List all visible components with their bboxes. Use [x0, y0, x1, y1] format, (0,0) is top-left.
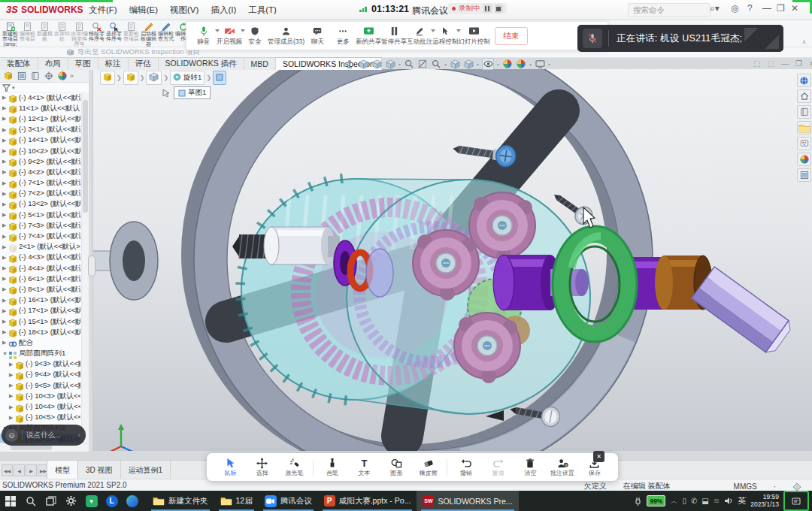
annotation-undo-button[interactable]: 撤销: [453, 457, 480, 477]
meeting-mic-button[interactable]: 静音: [191, 23, 217, 49]
chevron-down-icon[interactable]: ▾: [477, 62, 479, 67]
phone-icon[interactable]: ✆: [691, 497, 697, 505]
chevron-down-icon[interactable]: ▾: [444, 62, 447, 67]
tab-first-button[interactable]: ◀◀: [2, 464, 13, 476]
taskbar-window-4[interactable]: SWSOLIDWORKS Pre...: [417, 491, 518, 511]
annotation-cursor-button[interactable]: 鼠标: [217, 457, 244, 477]
expander-icon[interactable]: ▶: [2, 148, 8, 154]
chevron-down-icon[interactable]: ▾: [529, 62, 532, 67]
file-explorer-tab[interactable]: [797, 121, 811, 135]
ribbon-tool-7[interactable]: 更新检查项目: [123, 20, 140, 47]
tab-prev-button[interactable]: ◀: [14, 464, 25, 476]
tree-item-20[interactable]: ▶(-) 17<1> (默认<<默认: [0, 306, 80, 316]
model-tab-2[interactable]: 运动算例1: [121, 461, 171, 479]
search-input[interactable]: 搜索命令: [628, 3, 710, 17]
expander-icon[interactable]: ▶: [9, 415, 15, 421]
notification-center-icon[interactable]: [783, 491, 809, 511]
help-icon[interactable]: ?: [747, 3, 753, 14]
tree-item-16[interactable]: ▶(-) 4<4> (默认<<默认>: [0, 263, 80, 274]
start-button[interactable]: [0, 491, 20, 511]
expander-icon[interactable]: ▶: [9, 393, 15, 399]
quick-tips-icon[interactable]: [792, 482, 801, 491]
ribbon-tool-2[interactable]: 新建模板: [36, 20, 53, 47]
tree-item-26[interactable]: ▶(-) 9<4> (默认<<默认: [0, 370, 80, 380]
scrollbar-thumb[interactable]: [83, 100, 88, 213]
tree-item-6[interactable]: ▶(-) 9<2> (默认<<默认>: [0, 156, 80, 167]
pause-recording-button[interactable]: [483, 5, 492, 13]
doc-restore-button[interactable]: ❐: [795, 59, 802, 68]
menu-item-0[interactable]: 文件(F): [89, 5, 117, 16]
menu-item-1[interactable]: 编辑(E): [129, 5, 158, 16]
ribbon-tool-6[interactable]: 选择零件序号: [105, 20, 123, 47]
tab-next-button[interactable]: ▶: [26, 464, 37, 476]
expander-icon[interactable]: ▶: [2, 212, 8, 218]
annotation-pen-button[interactable]: 画笔: [319, 457, 346, 477]
account-icon[interactable]: ◎: [731, 3, 738, 14]
hide-show-eye[interactable]: [482, 58, 494, 70]
breadcrumb-feature[interactable]: 旋转1: [170, 71, 205, 85]
section-view[interactable]: [417, 59, 428, 69]
expander-icon[interactable]: ▶: [2, 329, 8, 335]
battery-percent[interactable]: 99%: [647, 495, 665, 506]
scenes-tab[interactable]: [797, 153, 811, 166]
chevron-down-icon[interactable]: ▾: [548, 62, 550, 67]
search-icon[interactable]: ⌕▾: [710, 3, 720, 14]
tree-item-25[interactable]: ▶(-) 9<3> (默认<<默认: [0, 359, 80, 370]
display-style-cube[interactable]: [463, 59, 474, 69]
expander-icon[interactable]: ▶: [9, 404, 15, 410]
tab-装配体[interactable]: 装配体: [0, 57, 38, 70]
meeting-share-button[interactable]: 新的共享: [356, 23, 381, 49]
expander-icon[interactable]: ▶: [2, 234, 8, 240]
tab-MBD[interactable]: MBD: [244, 57, 276, 70]
expander-icon[interactable]: ▶: [2, 191, 8, 197]
tree-item-17[interactable]: ▶(-) 6<1> (默认<<默认>: [0, 274, 80, 284]
expander-icon[interactable]: ▶: [2, 222, 8, 228]
taskbar-window-3[interactable]: P咸阳大赛.pptx - Po...: [318, 491, 417, 511]
expander-icon[interactable]: ▶: [9, 361, 15, 367]
doc-tile-icon[interactable]: ⬚: [767, 59, 774, 68]
tree-item-22[interactable]: ▶(-) 18<1> (默认<<默认: [0, 327, 80, 337]
splitter-handle[interactable]: [88, 256, 95, 277]
tree-item-15[interactable]: ▶(-) 4<3> (默认<<默认>: [0, 252, 80, 263]
tree-item-2[interactable]: ▶(-) 12<1> (默认<<默认: [0, 113, 80, 124]
expander-icon[interactable]: ▶: [2, 298, 8, 304]
model-tab-1[interactable]: 3D 视图: [78, 461, 121, 479]
expander-icon[interactable]: ▶: [2, 308, 8, 314]
previous-view[interactable]: [431, 59, 441, 69]
expander-icon[interactable]: ▼: [2, 351, 8, 356]
meeting-chat-quickbar[interactable]: ☺ 说点什么... ‹: [2, 425, 86, 446]
sketch-label-box[interactable]: 草图1: [174, 86, 211, 99]
clock-date[interactable]: 19:59 2023/1/13: [750, 494, 779, 508]
tree-item-14[interactable]: ▶2<1> (默认<<默认>_默: [0, 242, 80, 252]
close-button[interactable]: ✕: [791, 3, 798, 14]
assembly-3d-model[interactable]: [92, 69, 812, 451]
minimize-button[interactable]: —: [762, 3, 771, 14]
view-settings-monitor[interactable]: [535, 59, 545, 69]
edit-appearance-ball[interactable]: [502, 59, 513, 69]
configuration-manager-tab[interactable]: [29, 71, 41, 81]
annotation-close-button[interactable]: ✕: [593, 451, 604, 462]
expander-icon[interactable]: ▶: [2, 276, 8, 282]
expander-icon[interactable]: ▶: [2, 286, 8, 292]
meeting-shield-button[interactable]: 安全: [242, 23, 268, 49]
doc-cascade-icon[interactable]: ⬚: [753, 59, 760, 68]
tree-item-13[interactable]: ▶(-) 7<4> (默认<<默认>: [0, 231, 80, 241]
expander-icon[interactable]: ▶: [2, 265, 8, 271]
ribbon-tool-9[interactable]: 编辑检查方式: [157, 20, 174, 47]
panel-tabs-overflow[interactable]: »: [70, 72, 74, 80]
tree-item-9[interactable]: ▶(-) 7<2> (默认<<默认>: [0, 189, 80, 199]
emoji-icon[interactable]: ☺: [5, 429, 18, 442]
annotation-trash-button[interactable]: 清空: [517, 457, 544, 477]
display-manager-tab[interactable]: [56, 71, 68, 81]
taskbar-window-1[interactable]: 12届: [214, 491, 259, 511]
annotation-redo-button[interactable]: 重做: [485, 457, 512, 477]
tree-item-8[interactable]: ▶(-) 7<1> (默认<<默认>: [0, 178, 80, 189]
meeting-remote-button[interactable]: 远程控制: [432, 23, 458, 49]
tab-布局[interactable]: 布局: [38, 57, 68, 70]
tree-item-7[interactable]: ▶(-) 4<2> (默认<<默认>: [0, 167, 80, 177]
volume-icon[interactable]: [724, 497, 733, 505]
expander-icon[interactable]: ▶: [2, 105, 8, 111]
tree-item-27[interactable]: ▶(-) 9<5> (默认<<默认: [0, 380, 80, 391]
expander-icon[interactable]: ▶: [2, 201, 8, 207]
ribbon-tool-4[interactable]: 添加/编辑零件序号: [71, 20, 88, 47]
